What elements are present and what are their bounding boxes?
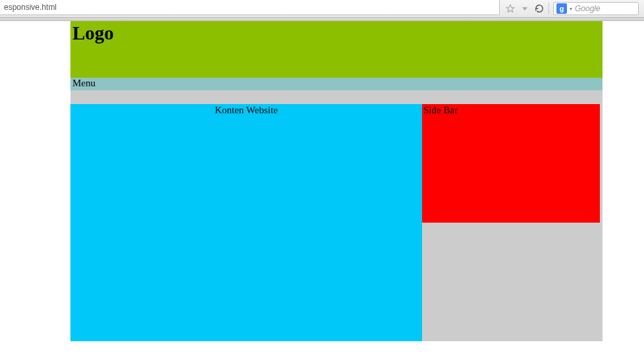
bookmark-star-icon[interactable] xyxy=(505,3,516,14)
site-menu[interactable]: Menu xyxy=(70,78,603,90)
search-engine-caret-icon[interactable]: ▾ xyxy=(570,6,572,12)
site-logo: Logo xyxy=(72,22,601,44)
google-badge-icon: g xyxy=(556,3,567,14)
sidebar: Side Bar xyxy=(422,104,600,223)
main-content: Konten Website xyxy=(70,104,422,341)
browser-toolbar: esponsive.html g ▾ Google xyxy=(0,0,644,18)
dropdown-caret-icon[interactable] xyxy=(520,3,530,14)
sidebar-title: Side Bar xyxy=(423,105,458,115)
content-row: Konten Website Side Bar xyxy=(70,104,603,341)
menu-label: Menu xyxy=(72,78,95,88)
site-header: Logo xyxy=(70,21,603,78)
toolbar-right: g ▾ Google xyxy=(500,0,644,17)
reload-icon[interactable] xyxy=(534,3,545,14)
svg-marker-0 xyxy=(506,5,514,12)
layout-spacer xyxy=(70,90,603,104)
svg-marker-1 xyxy=(522,7,527,11)
page-container: Logo Menu Konten Website Side Bar xyxy=(70,21,603,341)
search-placeholder: Google xyxy=(575,4,601,13)
url-bar[interactable]: esponsive.html xyxy=(0,0,500,15)
toolbar-divider xyxy=(549,3,549,14)
main-content-title: Konten Website xyxy=(215,105,278,115)
search-box[interactable]: g ▾ Google xyxy=(553,2,639,15)
url-text: esponsive.html xyxy=(4,3,57,12)
page-viewport: Logo Menu Konten Website Side Bar xyxy=(0,21,644,341)
